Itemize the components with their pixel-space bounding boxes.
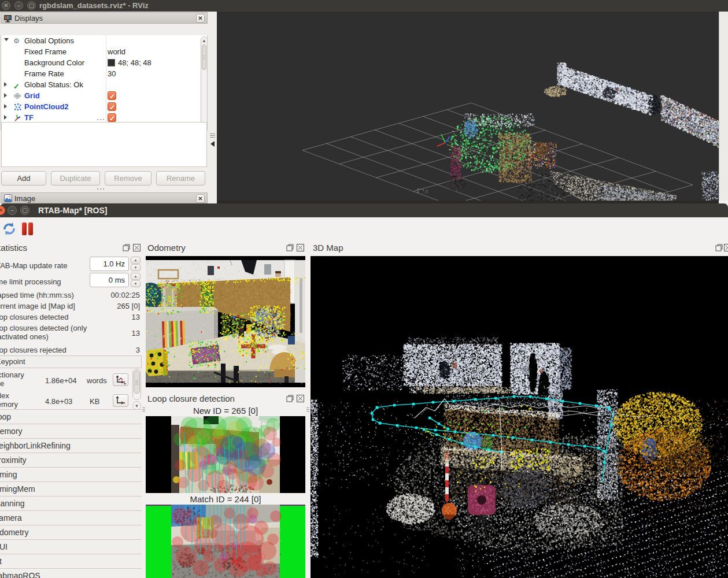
map3d-float-icon[interactable]	[715, 244, 723, 251]
tf-checkbox[interactable]	[108, 113, 116, 122]
vertical-splitter[interactable]	[305, 238, 311, 578]
tree-item-pointcloud2[interactable]: PointCloud2	[24, 101, 69, 112]
stat-value: 265 [0]	[117, 302, 140, 310]
stat-label: Current image id [Map id]	[0, 302, 75, 310]
stat-label: Loop closures rejected	[0, 346, 66, 354]
statistics-scrollbar-button[interactable]: ▼	[132, 401, 141, 410]
tree-item-fixed-frame[interactable]: Fixed Frame	[24, 46, 66, 57]
stat-value: 4.8e+03	[45, 397, 72, 406]
stat-value: 00:02:25	[110, 291, 140, 299]
section-row-gui[interactable]: GUI	[0, 539, 142, 554]
map3d-close-icon[interactable]	[724, 244, 728, 251]
section-row-timing[interactable]: Timing	[0, 467, 142, 481]
dictionary-plot-button[interactable]	[113, 373, 128, 386]
rtabmap-titlebar: ✕ – ▢ RTAB-Map* [ROS]	[0, 203, 728, 217]
update-rate-spin-buttons[interactable]: ▲▼	[131, 257, 141, 271]
statistics-float-icon[interactable]	[123, 244, 130, 251]
background-color-value[interactable]: 48; 48; 48	[118, 57, 151, 68]
pointcloud2-checkbox[interactable]	[108, 102, 116, 111]
odometry-close-icon[interactable]	[297, 244, 304, 251]
frame-rate-value[interactable]: 30	[108, 68, 116, 79]
statistics-close-icon[interactable]	[133, 244, 141, 251]
rviz-side-panel-strip	[719, 12, 728, 201]
image-panel-header[interactable]: Image ✕	[1, 192, 208, 203]
expander-global-status[interactable]	[4, 82, 7, 87]
section-row-gt[interactable]: Gt	[0, 554, 142, 568]
loop-new-id-label: New ID = 265 [0]	[146, 406, 305, 416]
image-panel-close-icon[interactable]: ✕	[196, 194, 205, 203]
displays-close-icon[interactable]: ✕	[196, 14, 205, 23]
displays-panel-header[interactable]: Displays ✕	[1, 12, 208, 24]
expander-pointcloud2[interactable]	[4, 104, 7, 109]
duplicate-button[interactable]: Duplicate	[51, 171, 100, 186]
rtabmap-close-button[interactable]: ✕	[0, 206, 5, 215]
time-limit-spin-buttons[interactable]: ▲▼	[131, 273, 141, 287]
map3d-viewport[interactable]	[311, 256, 728, 578]
grid-checkbox[interactable]	[108, 91, 116, 100]
rtabmap-maximize-button[interactable]: ▢	[20, 206, 29, 215]
panel-collapse-arrow[interactable]	[210, 141, 215, 147]
check-icon: ✓	[13, 81, 21, 89]
tree-item-global-status[interactable]: Global Status: Ok	[24, 79, 83, 90]
odometry-float-icon[interactable]	[286, 244, 294, 251]
tree-item-global-options[interactable]: Global Options	[24, 35, 74, 46]
section-row-odometry[interactable]: Odometry	[0, 525, 142, 539]
fixed-frame-value[interactable]: world	[108, 46, 125, 57]
rviz-maximize-button[interactable]: ▢	[27, 1, 36, 10]
loop-closure-close-icon[interactable]	[297, 395, 304, 402]
stat-label: RTAB-Map update rate	[0, 261, 67, 270]
section-row-planning[interactable]: Planning	[0, 496, 142, 510]
rviz-window-title: rgbdslam_datasets.rviz* - RViz	[39, 1, 149, 10]
section-row-memory[interactable]: Memory	[0, 424, 142, 438]
pause-button[interactable]	[22, 222, 35, 236]
odometry-camera-view[interactable]	[146, 256, 305, 387]
rtabmap-toolbar	[0, 217, 728, 238]
section-row-proximity[interactable]: Proximity	[0, 453, 142, 467]
stat-label: Dictionary size	[0, 370, 34, 388]
tree-scrollbar[interactable]: ▲ ▼	[201, 36, 208, 128]
stat-label: Elapsed time (hh:mm:ss)	[0, 291, 74, 299]
odometry-panel-title: Odometry	[147, 243, 186, 253]
remove-button[interactable]: Remove	[105, 171, 151, 186]
rtabmap-window-title: RTAB-Map* [ROS]	[38, 206, 108, 215]
pointcloud2-icon	[13, 103, 21, 111]
loop-closure-float-icon[interactable]	[286, 395, 294, 402]
rviz-minimize-button[interactable]: –	[14, 1, 23, 10]
stat-unit: words	[87, 376, 107, 385]
gear-icon: ⚙	[13, 37, 21, 45]
section-row-rtabmapros[interactable]: rtabmapROS	[0, 568, 142, 578]
rename-button[interactable]: Rename	[156, 171, 205, 186]
displays-help-area	[1, 122, 207, 167]
image-panel-icon	[4, 194, 12, 202]
section-row-neighborlinkrefining[interactable]: NeighborLinkRefining	[0, 438, 142, 453]
update-rate-spinbox[interactable]: 1.0 Hz	[90, 257, 129, 271]
keypoint-section-header[interactable]: Keypoint	[0, 355, 142, 368]
loop-new-image	[146, 416, 305, 493]
loop-closure-panel-title: Loop closure detection	[147, 394, 235, 403]
memory-plot-button[interactable]	[113, 394, 128, 407]
vertical-splitter[interactable]	[142, 238, 146, 578]
background-color-swatch	[108, 59, 115, 66]
rtabmap-minimize-button[interactable]: –	[8, 206, 17, 215]
rviz-3d-viewport[interactable]	[217, 12, 719, 203]
section-row-loop[interactable]: Loop	[0, 409, 142, 424]
expander-tf[interactable]	[4, 115, 7, 120]
statistics-scrollbar[interactable]	[132, 369, 141, 400]
expander-grid[interactable]	[4, 93, 7, 98]
splitter-handle[interactable]	[97, 188, 104, 190]
splitter-handle[interactable]	[97, 119, 104, 120]
tree-item-background-color[interactable]: Background Color	[24, 57, 84, 68]
tree-item-grid[interactable]: Grid	[24, 90, 40, 101]
stat-value: 13	[132, 329, 140, 338]
rviz-close-button[interactable]: ✕	[2, 1, 10, 10]
time-limit-spinbox[interactable]: 0 ms	[90, 273, 129, 287]
rviz-splitter[interactable]	[208, 12, 217, 203]
section-row-timingmem[interactable]: TimingMem	[0, 481, 142, 496]
image-panel-title: Image	[14, 194, 35, 203]
tree-item-frame-rate[interactable]: Frame Rate	[24, 68, 64, 79]
add-button[interactable]: Add	[1, 171, 46, 186]
expander-global-options[interactable]	[4, 38, 9, 41]
section-row-camera[interactable]: Camera	[0, 510, 142, 525]
loop-match-image	[146, 505, 305, 578]
refresh-button[interactable]	[2, 222, 16, 236]
